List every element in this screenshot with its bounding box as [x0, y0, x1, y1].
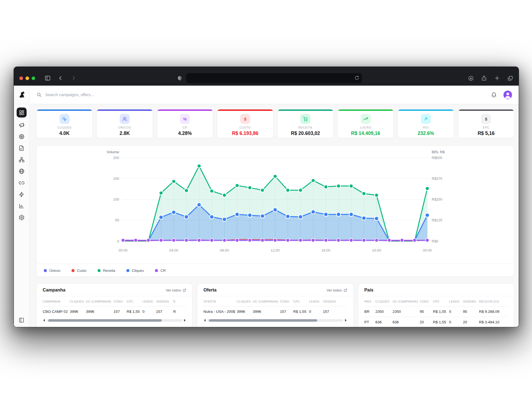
svg-text:R$500: R$500 [432, 156, 442, 160]
kpi-card-cliques: CLIQUES 4.0K [36, 109, 93, 138]
svg-text:R$250: R$250 [432, 197, 442, 201]
scroll-left-arrow[interactable] [43, 319, 45, 322]
sidebar-item-campaigns[interactable] [19, 122, 25, 128]
svg-text:50: 50 [115, 218, 119, 222]
search-placeholder: Search campaigns, offers... [45, 93, 94, 97]
fullscreen-button[interactable] [32, 76, 35, 80]
sidebar-item-settings[interactable] [19, 214, 25, 221]
kpi-label: CUSTO [217, 126, 273, 129]
svg-text:BRL R$: BRL R$ [432, 150, 445, 154]
kpi-value: 4.28% [157, 131, 213, 136]
screenshot-canvas: Search campaigns, offers... [0, 0, 532, 399]
legend-cr-swatch [155, 269, 158, 272]
arrow-up-right-icon [421, 114, 431, 124]
dog-logo [18, 91, 25, 98]
kpi-value: R$ 5,16 [458, 131, 514, 136]
svg-text:100: 100 [113, 197, 119, 201]
close-button[interactable] [19, 76, 23, 80]
kpi-label: EPC [458, 126, 514, 129]
browser-window: Search campaigns, offers... [14, 66, 519, 327]
legend-unicos-swatch [44, 269, 47, 272]
app-header: Search campaigns, offers... [29, 86, 519, 104]
svg-text:20:00: 20:00 [372, 248, 381, 252]
external-link-icon [344, 288, 347, 292]
legend-receita-swatch [98, 269, 101, 272]
svg-text:00:00: 00:00 [119, 248, 128, 252]
scrollbar-track[interactable] [208, 319, 343, 322]
sidebar-item-offers[interactable] [19, 134, 25, 140]
table-row: Nutra - USA - 200$39963996157R$ 1,550157 [203, 306, 347, 317]
legend-custo-swatch [71, 269, 75, 272]
kpi-row: CLIQUES 4.0K ÚNICOS 2.8K [36, 109, 514, 138]
legend-item-unicos[interactable]: Únicos [44, 268, 60, 273]
legend-item-receita[interactable]: Receita [98, 268, 115, 273]
reload-icon[interactable] [354, 75, 359, 80]
kpi-label: CLIQUES [37, 126, 92, 129]
kpi-card-cr: % CR 4.28% [157, 109, 213, 138]
sidebar-item-links[interactable] [19, 180, 25, 186]
ver-todos-link[interactable]: Ver todos [166, 288, 186, 292]
scrollbar-thumb[interactable] [209, 319, 317, 322]
downloads-icon[interactable] [468, 75, 474, 81]
sidebar-toggle-icon[interactable] [45, 75, 51, 81]
kpi-card-roi: ROI 232.6% [398, 109, 454, 138]
notifications-bell-icon[interactable] [491, 92, 497, 98]
svg-text:08:00: 08:00 [220, 248, 229, 252]
svg-text:00:00: 00:00 [423, 248, 432, 252]
kpi-label: RECEITA [278, 126, 333, 129]
sidebar-item-funnels[interactable] [19, 157, 25, 163]
table-title: Campanha [43, 288, 65, 293]
campanha-table: CAMPANHACLIQUESUC (CAMPANHA)CONV.CPCLEAD… [43, 296, 186, 317]
kpi-value: R$ 14.409,16 [338, 131, 393, 136]
scroll-right-arrow[interactable] [345, 319, 347, 322]
forward-icon[interactable] [71, 75, 76, 81]
chart-legend: Únicos Custo Receita Cliques CR [44, 265, 166, 275]
ver-todos-link[interactable]: Ver todos [327, 288, 347, 292]
horizontal-scrollbar[interactable] [204, 318, 346, 323]
svg-text:R$375: R$375 [432, 177, 442, 181]
horizontal-scrollbar[interactable] [43, 318, 186, 323]
url-field[interactable] [186, 73, 362, 83]
dashboard-scroll-area[interactable]: CLIQUES 4.0K ÚNICOS 2.8K [29, 104, 519, 327]
browser-titlebar [14, 67, 519, 86]
click-icon [60, 114, 70, 124]
share-icon[interactable] [481, 75, 487, 81]
tab-overview-icon[interactable] [507, 75, 513, 81]
new-tab-icon[interactable] [494, 75, 500, 81]
kpi-card-unicos: ÚNICOS 2.8K [96, 109, 153, 138]
svg-text:0: 0 [117, 239, 119, 243]
campanha-table-card: Campanha Ver todos CAMPANHACLIQUESUC (CA… [36, 283, 193, 327]
sidebar-item-landing-pages[interactable] [19, 145, 24, 151]
scrollbar-thumb[interactable] [48, 319, 162, 322]
search-input[interactable]: Search campaigns, offers... [37, 92, 491, 97]
sidebar-item-reports[interactable] [19, 203, 24, 209]
legend-item-custo[interactable]: Custo [71, 268, 86, 273]
external-link-icon [183, 288, 186, 292]
user-avatar[interactable] [503, 91, 512, 99]
table-title: País [364, 288, 374, 293]
scrollbar-track[interactable] [47, 319, 182, 322]
back-icon[interactable] [58, 75, 63, 81]
kpi-value: R$ 20.603,02 [278, 131, 333, 136]
sidebar-item-integrations[interactable] [19, 191, 25, 198]
sidebar-item-domains[interactable] [19, 168, 25, 174]
legend-item-cr[interactable]: CR [155, 268, 166, 273]
kpi-label: LUCRO [338, 126, 393, 129]
kpi-card-receita: RECEITA R$ 20.603,02 [277, 109, 334, 138]
sidebar-item-dashboard[interactable] [17, 108, 27, 117]
scroll-right-arrow[interactable] [184, 319, 186, 322]
shield-icon[interactable] [177, 75, 182, 81]
kpi-label: ÚNICOS [97, 126, 152, 129]
users-icon [120, 114, 130, 124]
table-header-row: PAÍSCLIQUESUC (CAMPANHA)CONV.CPCLEADSVEN… [364, 296, 508, 306]
scroll-left-arrow[interactable] [204, 319, 206, 322]
legend-item-cliques[interactable]: Cliques [126, 268, 144, 273]
kpi-label: CR [157, 126, 213, 129]
svg-text:150: 150 [113, 177, 119, 181]
kpi-card-custo: $ CUSTO R$ 6.193,86 [217, 109, 273, 138]
svg-text:16:00: 16:00 [321, 248, 331, 252]
minimize-button[interactable] [25, 76, 29, 80]
kpi-label: ROI [398, 126, 454, 129]
sidebar-collapse-icon[interactable] [19, 317, 24, 327]
app-sidebar [14, 86, 29, 327]
